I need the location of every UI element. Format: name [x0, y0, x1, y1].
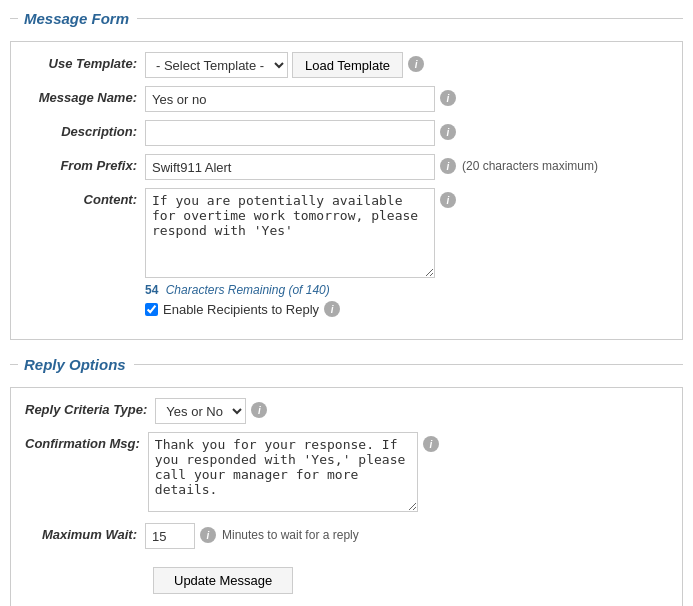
from-prefix-info-icon: i — [440, 158, 456, 174]
reply-criteria-row: Reply Criteria Type: Yes or No Custom i — [25, 398, 668, 424]
reply-options-body: Reply Criteria Type: Yes or No Custom i … — [10, 387, 683, 606]
message-name-label: Message Name: — [25, 86, 145, 105]
content-field-wrap: If you are potentially available for ove… — [145, 188, 668, 317]
content-input-wrap: If you are potentially available for ove… — [145, 188, 456, 281]
message-name-field-wrap: i — [145, 86, 668, 112]
chars-remaining-note: Characters Remaining (of 140) — [166, 283, 330, 297]
content-textarea[interactable]: If you are potentially available for ove… — [145, 188, 435, 278]
reply-options-header: Reply Options — [10, 356, 683, 373]
use-template-field-wrap: - Select Template - Load Template i — [145, 52, 668, 78]
message-form-body: Use Template: - Select Template - Load T… — [10, 41, 683, 340]
description-field-wrap: i — [145, 120, 668, 146]
confirmation-textarea-wrap: Thank you for your response. If you resp… — [148, 432, 418, 515]
reply-header-line-right — [134, 364, 683, 365]
max-wait-info-icon: i — [200, 527, 216, 543]
max-wait-label: Maximum Wait: — [25, 523, 145, 542]
content-label: Content: — [25, 188, 145, 207]
header-line-right — [137, 18, 683, 19]
chars-remaining-row: 54 Characters Remaining (of 140) — [145, 283, 330, 297]
confirmation-msg-info-icon: i — [423, 436, 439, 452]
description-info-icon: i — [440, 124, 456, 140]
reply-options-section: Reply Options Reply Criteria Type: Yes o… — [10, 356, 683, 606]
use-template-info-icon: i — [408, 56, 424, 72]
enable-reply-row: Enable Recipients to Reply i — [145, 301, 340, 317]
message-name-info-icon: i — [440, 90, 456, 106]
max-wait-field-wrap: i Minutes to wait for a reply — [145, 523, 668, 549]
confirmation-msg-label: Confirmation Msg: — [25, 432, 148, 451]
description-input[interactable] — [145, 120, 435, 146]
template-select[interactable]: - Select Template - — [145, 52, 288, 78]
from-prefix-input[interactable] — [145, 154, 435, 180]
message-form-header: Message Form — [10, 10, 683, 27]
use-template-row: Use Template: - Select Template - Load T… — [25, 52, 668, 78]
from-prefix-field-wrap: i (20 characters maximum) — [145, 154, 668, 180]
reply-criteria-info-icon: i — [251, 402, 267, 418]
header-line-left — [10, 18, 18, 19]
reply-options-title: Reply Options — [24, 356, 134, 373]
reply-header-line-left — [10, 364, 18, 365]
reply-criteria-label: Reply Criteria Type: — [25, 398, 155, 417]
max-wait-row: Maximum Wait: i Minutes to wait for a re… — [25, 523, 668, 549]
confirmation-msg-row: Confirmation Msg: Thank you for your res… — [25, 432, 668, 515]
content-row: Content: If you are potentially availabl… — [25, 188, 668, 317]
update-message-button[interactable]: Update Message — [153, 567, 293, 594]
confirmation-msg-field-wrap: Thank you for your response. If you resp… — [148, 432, 668, 515]
from-prefix-row: From Prefix: i (20 characters maximum) — [25, 154, 668, 180]
description-label: Description: — [25, 120, 145, 139]
update-button-row: Update Message — [25, 559, 668, 594]
enable-reply-label: Enable Recipients to Reply — [163, 302, 319, 317]
confirmation-msg-textarea[interactable]: Thank you for your response. If you resp… — [148, 432, 418, 512]
chars-remaining-count: 54 — [145, 283, 158, 297]
description-row: Description: i — [25, 120, 668, 146]
use-template-label: Use Template: — [25, 52, 145, 71]
load-template-button[interactable]: Load Template — [292, 52, 403, 78]
max-wait-input[interactable] — [145, 523, 195, 549]
enable-reply-checkbox[interactable] — [145, 303, 158, 316]
message-form-title: Message Form — [24, 10, 137, 27]
reply-criteria-select[interactable]: Yes or No Custom — [155, 398, 246, 424]
message-name-row: Message Name: i — [25, 86, 668, 112]
message-form-section: Message Form Use Template: - Select Temp… — [10, 10, 683, 340]
message-name-input[interactable] — [145, 86, 435, 112]
max-wait-note: Minutes to wait for a reply — [222, 523, 359, 542]
reply-criteria-field-wrap: Yes or No Custom i — [155, 398, 668, 424]
from-prefix-label: From Prefix: — [25, 154, 145, 173]
from-prefix-note: (20 characters maximum) — [462, 154, 598, 173]
content-info-icon: i — [440, 192, 456, 208]
enable-reply-info-icon: i — [324, 301, 340, 317]
content-textarea-wrap: If you are potentially available for ove… — [145, 188, 435, 281]
